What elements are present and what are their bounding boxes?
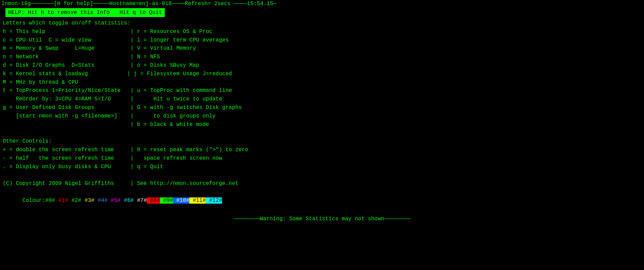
toggle-header: Letters which toggle on/off statistics: [3, 19, 641, 28]
title-bar: lnmon-16g───────[H for help]─────Hostnam… [0, 0, 644, 7]
other-controls-header: Other Controls: [3, 137, 641, 146]
colour-5: #5# [107, 197, 120, 204]
content-area: Letters which toggle on/off statistics: … [0, 18, 644, 215]
other-line-2: - = half the screen refresh time | space… [3, 154, 641, 163]
empty-line-1 [3, 129, 641, 137]
colour-8: #8# [147, 197, 160, 204]
colour-10: #10# [173, 197, 189, 204]
help-line-10: g = User Defined Disk Groups | G = with … [3, 104, 641, 112]
colour-2: #2# [68, 197, 81, 204]
empty-line-2 [3, 171, 641, 179]
colour-label: Colour: [23, 197, 45, 204]
colour-12: #12# [206, 197, 222, 204]
help-line-12: | b = black & white mode [3, 121, 641, 129]
other-line-1: + = double the screen refresh time | 0 =… [3, 146, 641, 154]
warning-bar: ────────Warning: Some Statistics may not… [0, 215, 644, 223]
colour-0: #0# [45, 197, 55, 204]
colour-9: #9# [160, 197, 173, 204]
help-line-8: t = TopProcess 1=Priority/Nice/State | u… [3, 86, 641, 95]
help-line-9: ReOrder by: 3=CPU 4=RAM 5=I/O | Hit u tw… [3, 95, 641, 104]
terminal: lnmon-16g───────[H for help]─────Hostnam… [0, 0, 644, 270]
help-line-11: [start nmon with -g <filename>] | to dis… [3, 112, 641, 121]
help-line-7: M = MHz by thread & CPU [3, 78, 641, 87]
help-line-6: k = Kernel stats & loadavg | j = Filesys… [3, 70, 641, 78]
help-line-1: h = This help | r = Resources OS & Proc [3, 28, 641, 36]
colour-1: #1# [55, 197, 68, 204]
colour-3: #3# [81, 197, 94, 204]
copyright-line: (C) Copyright 2009 Nigel Griffiths | See… [3, 179, 641, 188]
colour-4: #4# [94, 197, 107, 204]
colour-7: #7# [134, 197, 147, 204]
colour-6: #6# [121, 197, 134, 204]
help-line-5: d = Disk I/O Graphs D=Stats | o = Disks … [3, 61, 641, 70]
other-line-3: . = Display only busy disks & CPU | q = … [3, 163, 641, 171]
help-line-3: m = Memory & Swap L=Huge | V = Virtual M… [3, 44, 641, 53]
help-line-4: n = Network | N = NFS [3, 53, 641, 61]
help-line-2: c = CPU Util C = wide view | l = longer … [3, 36, 641, 45]
colour-11: #11# [189, 197, 206, 204]
help-banner: HELP: Hit h to remove this Info Hit q to… [5, 8, 165, 17]
colour-section: Colour:#0# #1# #2# #3# #4# #5# #6# #7# #… [3, 188, 641, 213]
